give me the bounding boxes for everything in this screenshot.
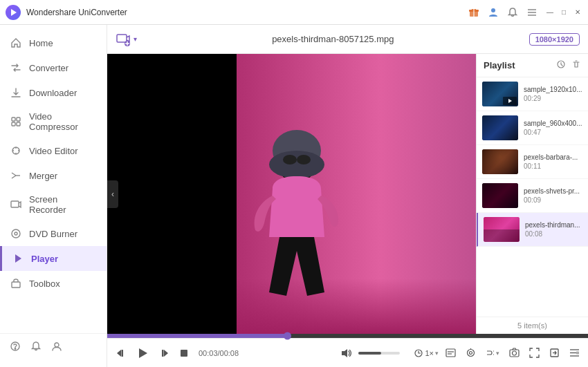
playlist-items: sample_1920x10... 00:29 sample_960x400..… xyxy=(477,77,588,317)
menu-icon[interactable] xyxy=(526,6,538,19)
playlist-thumb-4 xyxy=(482,183,518,208)
user-icon[interactable] xyxy=(487,6,499,19)
audio-track-button[interactable] xyxy=(463,346,479,359)
svg-point-23 xyxy=(15,232,17,235)
minimize-button[interactable]: — xyxy=(545,8,555,17)
fit-screen-button[interactable] xyxy=(546,346,562,359)
playlist-settings-icon[interactable] xyxy=(556,59,566,71)
notification-icon[interactable] xyxy=(506,6,519,19)
playlist-item[interactable]: sample_1920x10... 00:29 xyxy=(477,77,588,111)
sidebar-item-merger[interactable]: Merger xyxy=(0,163,107,188)
maximize-button[interactable]: □ xyxy=(559,8,569,17)
sidebar-item-converter[interactable]: Converter xyxy=(0,55,107,80)
svg-point-36 xyxy=(297,155,311,164)
svg-point-50 xyxy=(468,350,475,357)
content-area: ▾ pexels-thirdman-8057125.mpg 1080×1920 xyxy=(107,25,588,367)
seek-bar[interactable] xyxy=(107,334,588,338)
volume-fill xyxy=(358,352,381,355)
add-media-button[interactable]: ▾ xyxy=(116,32,137,47)
sidebar: Home Converter Downloader xyxy=(0,25,107,367)
playlist-item-2-duration: 00:47 xyxy=(524,129,582,136)
playlist-header: Playlist xyxy=(477,54,588,77)
sidebar-item-video-compressor[interactable]: Video Compressor xyxy=(0,105,107,138)
sidebar-item-dvd-burner[interactable]: DVD Burner xyxy=(0,221,107,246)
svg-point-22 xyxy=(12,229,20,238)
play-button[interactable] xyxy=(134,346,151,361)
gift-icon[interactable] xyxy=(468,6,480,19)
collapse-playlist-button[interactable]: ‹ xyxy=(107,180,118,208)
svg-point-27 xyxy=(55,343,59,347)
svg-point-4 xyxy=(491,8,495,12)
sidebar-item-toolbox[interactable]: Toolbox xyxy=(0,271,107,296)
svg-rect-24 xyxy=(12,282,20,288)
playlist-item[interactable]: sample_960x400... 00:47 xyxy=(477,111,588,145)
recorder-icon xyxy=(10,198,22,211)
sidebar-item-player-label: Player xyxy=(31,254,58,264)
svg-point-35 xyxy=(283,155,297,164)
sidebar-item-home[interactable]: Home xyxy=(0,30,107,55)
video-player[interactable]: ‹ xyxy=(107,54,476,334)
caption-button[interactable] xyxy=(443,346,459,359)
volume-button[interactable] xyxy=(338,346,354,360)
converter-icon xyxy=(10,62,22,74)
seek-bar-thumb xyxy=(284,332,291,340)
sidebar-item-screen-recorder[interactable]: Screen Recorder xyxy=(0,188,107,221)
controls-bar: 00:03/00:08 1× ▾ xyxy=(107,338,588,367)
help-icon[interactable] xyxy=(10,341,21,355)
add-media-caret: ▾ xyxy=(134,35,137,43)
home-icon xyxy=(10,37,22,49)
svg-rect-61 xyxy=(576,352,579,355)
stop-button[interactable] xyxy=(176,347,192,359)
editor-icon xyxy=(10,144,22,157)
sidebar-item-home-label: Home xyxy=(29,38,53,48)
volume-slider[interactable] xyxy=(358,352,400,355)
close-button[interactable]: ✕ xyxy=(573,8,582,17)
snapshot-button[interactable] xyxy=(506,346,522,359)
sidebar-item-toolbox-label: Toolbox xyxy=(29,279,60,289)
playlist-item[interactable]: pexels-barbara-... 00:11 xyxy=(477,145,588,179)
sidebar-item-downloader[interactable]: Downloader xyxy=(0,80,107,105)
toggle-playlist-button[interactable] xyxy=(567,346,582,359)
sidebar-item-video-editor[interactable]: Video Editor xyxy=(0,138,107,163)
svg-rect-10 xyxy=(17,117,20,121)
playlist-item-2-info: sample_960x400... 00:47 xyxy=(524,120,582,136)
sidebar-item-dvd-label: DVD Burner xyxy=(29,229,77,239)
playlist-title: Playlist xyxy=(484,60,515,70)
sidebar-item-player[interactable]: Player xyxy=(0,246,107,271)
audio-settings-button[interactable]: ▾ xyxy=(483,347,502,359)
downloader-icon xyxy=(10,86,22,99)
playlist-item-count: 5 item(s) xyxy=(477,317,588,334)
playlist-item[interactable]: pexels-shvets-pr... 00:09 xyxy=(477,179,588,213)
svg-rect-11 xyxy=(12,122,15,126)
svg-rect-12 xyxy=(17,122,20,126)
playlist-item-4-info: pexels-shvets-pr... 00:09 xyxy=(524,187,582,204)
sidebar-item-downloader-label: Downloader xyxy=(29,88,77,98)
current-filename: pexels-thirdman-8057125.mpg xyxy=(144,34,522,44)
notification-bell-icon[interactable] xyxy=(30,341,42,355)
forward-button[interactable] xyxy=(156,346,172,360)
playlist-item-1-info: sample_1920x10... 00:29 xyxy=(524,86,582,102)
app-logo xyxy=(6,5,21,20)
svg-marker-0 xyxy=(11,9,17,16)
playlist-delete-icon[interactable] xyxy=(571,59,581,71)
profile-icon[interactable] xyxy=(51,341,62,355)
playlist-thumb-1 xyxy=(482,82,518,106)
toolbox-icon xyxy=(10,277,22,290)
playback-time: 00:03/00:08 xyxy=(199,349,239,357)
rewind-button[interactable] xyxy=(113,346,129,360)
playlist-item-1-duration: 00:29 xyxy=(524,95,582,102)
fullscreen-button[interactable] xyxy=(526,346,542,359)
speed-control[interactable]: 1× ▾ xyxy=(414,348,439,358)
dvd-icon xyxy=(10,227,22,240)
playlist-item-5-info: pexels-thirdman... 00:08 xyxy=(525,221,582,238)
window-controls: — □ ✕ xyxy=(545,8,582,17)
playlist-item-active[interactable]: pexels-thirdman... 00:08 xyxy=(477,213,588,247)
svg-point-26 xyxy=(15,348,15,349)
speed-caret: ▾ xyxy=(435,350,439,357)
playlist-item-2-name: sample_960x400... xyxy=(524,120,582,127)
svg-marker-39 xyxy=(117,350,121,357)
playlist-item-3-duration: 00:11 xyxy=(524,162,582,170)
playlist-panel: Playlist xyxy=(476,54,588,334)
playlist-item-3-info: pexels-barbara-... 00:11 xyxy=(524,153,582,170)
player-row: ‹ Playlist xyxy=(107,54,588,334)
